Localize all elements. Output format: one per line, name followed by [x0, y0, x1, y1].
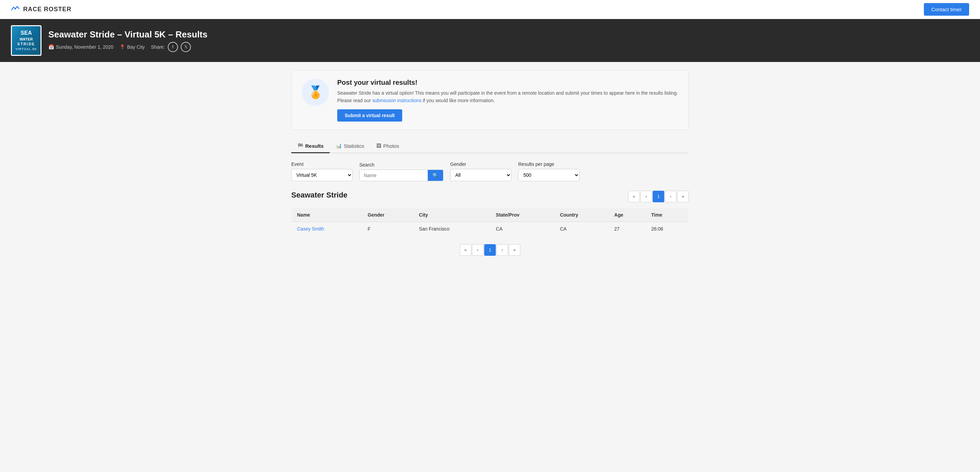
event-date: 📅 Sunday, November 1, 2020 [48, 44, 113, 50]
tab-photos[interactable]: 🖼 Photos [370, 140, 405, 153]
event-title: Seawater Stride – Virtual 5K – Results [48, 29, 208, 40]
search-label: Search [360, 162, 443, 167]
gender-filter-group: Gender All Male Female [450, 161, 511, 181]
svg-point-0 [14, 8, 16, 10]
event-location-text: Bay City [127, 44, 145, 50]
table-header: Name Gender City State/Prov Country Age … [292, 208, 689, 222]
table-header-row: Name Gender City State/Prov Country Age … [292, 208, 689, 222]
search-input[interactable] [360, 170, 428, 181]
logo-line-3: STRIDE [18, 41, 35, 46]
page-prev-button[interactable]: ‹ [640, 191, 652, 202]
logo-line-2: WATER [20, 37, 33, 41]
page-bottom-next-button[interactable]: › [496, 244, 508, 256]
logo-area: RACE ROSTER [11, 4, 72, 15]
tab-results[interactable]: 🏁 Results [291, 140, 330, 153]
search-button[interactable]: 🔍 [428, 170, 443, 181]
calendar-icon: 📅 [48, 44, 54, 50]
col-time: Time [646, 208, 689, 222]
page-bottom-prev-button[interactable]: ‹ [472, 244, 484, 256]
results-header-row: Seawater Stride « ‹ 1 › » [291, 191, 689, 205]
photos-tab-icon: 🖼 [376, 143, 381, 148]
page-next-button[interactable]: › [665, 191, 676, 202]
cell-name: Casey Smith [292, 222, 363, 236]
submission-instructions-link[interactable]: submission instructions [372, 98, 422, 103]
event-meta: 📅 Sunday, November 1, 2020 📍 Bay City Sh… [48, 42, 208, 52]
result-name-link[interactable]: Casey Smith [297, 226, 324, 231]
virtual-results-content: Post your virtual results! Seawater Stri… [337, 79, 678, 121]
logo-line-1: SEA [21, 30, 32, 37]
cell-age: 27 [609, 222, 646, 236]
tab-statistics-label: Statistics [344, 143, 364, 149]
cell-time: 26:06 [646, 222, 689, 236]
table-row: Casey Smith F San Francisco CA CA 27 26:… [292, 222, 689, 236]
share-label: Share: [151, 44, 165, 50]
per-page-filter-select[interactable]: 500 100 50 25 [518, 169, 579, 181]
virtual-results-heading: Post your virtual results! [337, 79, 678, 86]
twitter-share-button[interactable]: 𝕏 [181, 42, 191, 52]
results-tabs: 🏁 Results 📊 Statistics 🖼 Photos [291, 140, 689, 153]
share-area: Share: f 𝕏 [151, 42, 191, 52]
event-banner: SEA WATER STRIDE VIRTUAL 5K Seawater Str… [0, 19, 980, 62]
per-page-filter-group: Results per page 500 100 50 25 [518, 161, 579, 181]
pagination-top: « ‹ 1 › » [628, 191, 689, 202]
col-city: City [414, 208, 490, 222]
main-content: 🏅 Post your virtual results! Seawater St… [286, 62, 694, 264]
event-filter-select[interactable]: Virtual 5K [291, 169, 353, 181]
col-name: Name [292, 208, 363, 222]
facebook-share-button[interactable]: f [168, 42, 178, 52]
results-tab-icon: 🏁 [298, 143, 303, 148]
event-info: Seawater Stride – Virtual 5K – Results 📅… [48, 29, 208, 52]
search-group: Search 🔍 [360, 162, 443, 181]
col-age: Age [609, 208, 646, 222]
cell-city: San Francisco [414, 222, 490, 236]
statistics-tab-icon: 📊 [336, 143, 342, 148]
table-body: Casey Smith F San Francisco CA CA 27 26:… [292, 222, 689, 236]
location-icon: 📍 [119, 44, 125, 50]
cell-country: CA [555, 222, 609, 236]
page-first-button[interactable]: « [628, 191, 640, 202]
tab-statistics[interactable]: 📊 Statistics [330, 140, 370, 153]
gender-filter-label: Gender [450, 161, 511, 167]
page-bottom-current-button[interactable]: 1 [484, 244, 496, 256]
tab-results-label: Results [305, 143, 324, 149]
col-state: State/Prov [490, 208, 554, 222]
gender-filter-select[interactable]: All Male Female [450, 169, 511, 181]
page-bottom-last-button[interactable]: » [509, 244, 520, 256]
virtual-results-banner: 🏅 Post your virtual results! Seawater St… [291, 70, 689, 130]
pagination-bottom: « ‹ 1 › » [291, 244, 689, 256]
filter-row: Event Virtual 5K Search 🔍 Gender All Mal… [291, 161, 689, 181]
page-bottom-first-button[interactable]: « [460, 244, 471, 256]
virtual-results-icon: 🏅 [302, 79, 329, 106]
tab-photos-label: Photos [383, 143, 399, 149]
event-date-text: Sunday, November 1, 2020 [56, 44, 113, 50]
contact-timer-button[interactable]: Contact timer [924, 3, 969, 16]
top-navigation: RACE ROSTER Contact timer [0, 0, 980, 19]
event-filter-label: Event [291, 161, 353, 167]
col-gender: Gender [363, 208, 414, 222]
event-filter-group: Event Virtual 5K [291, 161, 353, 181]
per-page-filter-label: Results per page [518, 161, 579, 167]
logo-text: RACE ROSTER [23, 6, 72, 13]
virtual-results-body: Seawater Stride has a virtual option! Th… [337, 89, 678, 105]
cell-gender: F [363, 222, 414, 236]
results-section-title: Seawater Stride [291, 191, 347, 199]
event-location: 📍 Bay City [119, 44, 145, 50]
race-roster-logo-icon [11, 4, 21, 15]
submit-virtual-result-button[interactable]: Submit a virtual result [337, 109, 402, 121]
page-current-button[interactable]: 1 [653, 191, 664, 202]
page-last-button[interactable]: » [677, 191, 689, 202]
search-input-wrap: 🔍 [360, 170, 443, 181]
results-table: Name Gender City State/Prov Country Age … [291, 208, 689, 236]
event-logo-image: SEA WATER STRIDE VIRTUAL 5K [11, 25, 41, 56]
col-country: Country [555, 208, 609, 222]
cell-state: CA [490, 222, 554, 236]
